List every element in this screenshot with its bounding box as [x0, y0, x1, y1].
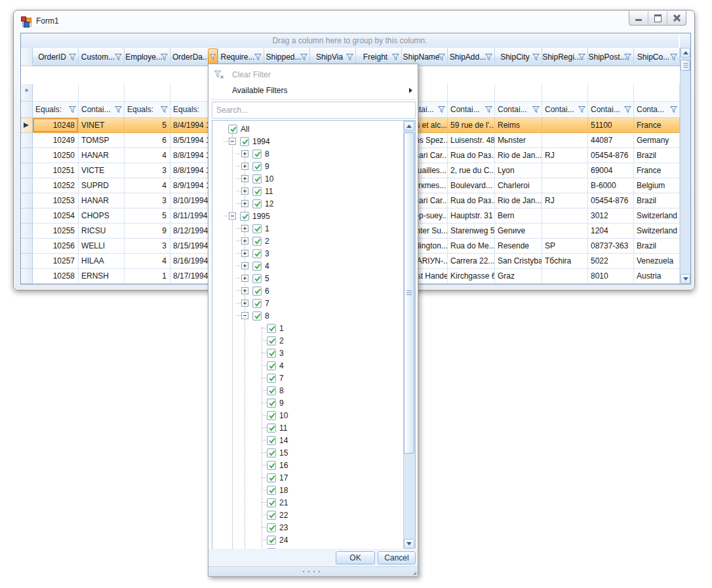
- filter-cell-employee[interactable]: Equals:: [125, 102, 170, 118]
- tree-item-2[interactable]: 2: [212, 235, 403, 247]
- tree-checkbox[interactable]: [252, 299, 262, 308]
- cell-customer[interactable]: WELLI: [79, 239, 125, 254]
- cell-employee[interactable]: 4: [125, 284, 170, 284]
- tree-checkbox[interactable]: [252, 237, 262, 246]
- tree-checkbox[interactable]: [267, 473, 276, 482]
- row-header-cell[interactable]: [21, 163, 33, 178]
- filter-cell-ship_country[interactable]: Conta...: [634, 102, 680, 118]
- collapse-toggle-icon[interactable]: [229, 212, 236, 220]
- tree-item-label[interactable]: 17: [279, 473, 288, 482]
- cell-ship_address[interactable]: Hauptstr. 31: [448, 208, 495, 224]
- cell-customer[interactable]: CENTC: [79, 284, 125, 284]
- minimize-button[interactable]: [629, 11, 648, 25]
- tree-item-15[interactable]: 15: [212, 446, 403, 459]
- scrollbar-thumb[interactable]: [681, 60, 690, 71]
- tree-checkbox[interactable]: [267, 486, 276, 495]
- filter-funnel-icon[interactable]: [437, 53, 446, 61]
- tree-item-8[interactable]: 8: [212, 147, 403, 160]
- filter-funnel-icon[interactable]: [160, 53, 168, 61]
- cell-ship_city[interactable]: Mьnster: [495, 133, 542, 148]
- tree-item-label[interactable]: 10: [279, 411, 288, 420]
- cell-ship_city[interactable]: Rio de Jan...: [495, 148, 542, 163]
- cell-employee[interactable]: 9: [125, 224, 170, 239]
- cell-customer[interactable]: HANAR: [79, 193, 125, 208]
- cell-ship_postal[interactable]: 5022: [588, 254, 634, 269]
- tree-item-9[interactable]: 9: [212, 397, 403, 409]
- new-row-cell-customer[interactable]: [79, 84, 125, 102]
- cell-ship_country[interactable]: France: [634, 118, 680, 133]
- new-row-cell-ship_country[interactable]: [634, 84, 680, 102]
- tree-item-label[interactable]: 18: [279, 486, 288, 495]
- column-header-customer[interactable]: Custom...: [79, 48, 125, 66]
- cell-ship_postal[interactable]: 69004: [588, 163, 634, 178]
- column-header-ship_postal[interactable]: ShipPost...: [588, 48, 634, 66]
- cell-employee[interactable]: 5: [125, 118, 170, 133]
- cell-ship_region[interactable]: [542, 208, 588, 224]
- tree-item-label[interactable]: 4: [279, 361, 284, 370]
- column-header-employee[interactable]: Employe...: [125, 48, 170, 66]
- filter-funnel-icon[interactable]: [254, 53, 262, 61]
- expand-toggle-icon[interactable]: [241, 262, 248, 269]
- tree-item-label[interactable]: 3: [265, 249, 269, 258]
- column-header-ship_country[interactable]: ShipCo...: [634, 48, 680, 66]
- menu-item-available-filters[interactable]: Available Filters: [209, 83, 417, 98]
- tree-item-label[interactable]: 16: [279, 461, 288, 470]
- filter-funnel-icon[interactable]: [114, 106, 123, 113]
- cell-order_id[interactable]: 10256: [33, 239, 79, 254]
- expand-toggle-icon[interactable]: [241, 300, 248, 307]
- collapse-toggle-icon[interactable]: [229, 138, 236, 145]
- cell-employee[interactable]: 3: [125, 239, 170, 254]
- tree-item-21[interactable]: 21: [212, 496, 403, 509]
- expand-toggle-icon[interactable]: [241, 225, 248, 232]
- group-by-banner[interactable]: Drag a column here to group by this colu…: [21, 33, 679, 49]
- tree-item-10[interactable]: 10: [212, 409, 403, 421]
- cell-ship_country[interactable]: Brazil: [634, 148, 680, 163]
- cell-ship_postal[interactable]: 1204: [588, 224, 634, 239]
- filter-cell-order_id[interactable]: Equals:: [33, 102, 79, 118]
- cell-customer[interactable]: HILAA: [79, 254, 125, 269]
- tree-checkbox[interactable]: [252, 149, 262, 159]
- cell-customer[interactable]: ERNSH: [79, 269, 125, 284]
- tree-checkbox[interactable]: [267, 498, 276, 507]
- tree-item-8[interactable]: 8: [212, 309, 403, 322]
- cell-order_id[interactable]: 10255: [33, 224, 79, 239]
- filter-funnel-icon[interactable]: [532, 53, 540, 61]
- tree-checkbox[interactable]: [252, 174, 262, 184]
- cell-order_id[interactable]: 10253: [33, 193, 79, 208]
- cell-ship_country[interactable]: Brazil: [634, 193, 680, 208]
- cell-order_id[interactable]: 10248: [33, 118, 79, 133]
- cell-ship_city[interactable]: Lyon: [495, 163, 542, 178]
- cell-ship_region[interactable]: RJ: [542, 193, 588, 208]
- expand-toggle-icon[interactable]: [241, 287, 248, 294]
- cell-ship_city[interactable]: Rio de Jan...: [495, 193, 542, 208]
- tree-item-label[interactable]: 12: [265, 199, 273, 208]
- tree-item-3[interactable]: 3: [212, 247, 403, 260]
- cell-ship_region[interactable]: [542, 178, 588, 193]
- cell-ship_address[interactable]: Boulevard...: [448, 178, 495, 193]
- tree-checkbox[interactable]: [252, 249, 262, 258]
- tree-checkbox[interactable]: [267, 324, 276, 333]
- tree-item-9[interactable]: 9: [212, 160, 403, 172]
- tree-item-8[interactable]: 8: [212, 384, 403, 397]
- scroll-up-button[interactable]: [681, 48, 690, 58]
- filter-funnel-icon[interactable]: [485, 53, 493, 61]
- tree-item-11[interactable]: 11: [212, 185, 403, 197]
- maximize-button[interactable]: [648, 11, 667, 25]
- cell-order_id[interactable]: 10259: [33, 284, 79, 284]
- cell-ship_address[interactable]: 59 rue de l'...: [448, 118, 495, 133]
- cell-ship_region[interactable]: [542, 163, 588, 178]
- tree-item-All[interactable]: All: [212, 123, 403, 135]
- tree-item-5[interactable]: 5: [212, 272, 403, 284]
- cell-customer[interactable]: HANAR: [79, 148, 125, 163]
- cell-ship_region[interactable]: [542, 284, 588, 284]
- new-row-cell-order_id[interactable]: [33, 84, 79, 102]
- tree-item-label[interactable]: 10: [265, 174, 273, 184]
- cell-ship_city[interactable]: San Cristуbal: [495, 254, 542, 269]
- cell-employee[interactable]: 6: [125, 133, 170, 148]
- filter-funnel-icon[interactable]: [68, 106, 77, 113]
- tree-scroll-up-button[interactable]: [404, 121, 414, 131]
- tree-item-18[interactable]: 18: [212, 484, 403, 496]
- cell-ship_postal[interactable]: 51100: [588, 118, 634, 133]
- cell-ship_postal[interactable]: 05454-876: [588, 148, 634, 163]
- tree-item-label[interactable]: 9: [265, 162, 269, 171]
